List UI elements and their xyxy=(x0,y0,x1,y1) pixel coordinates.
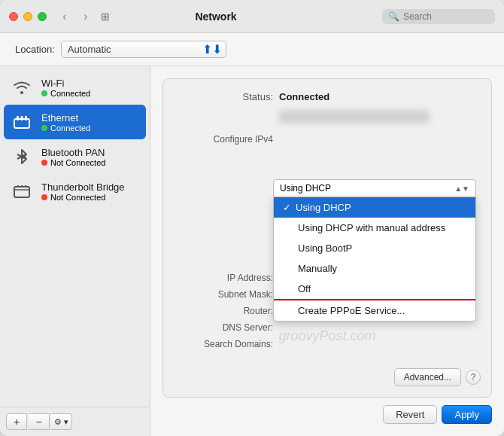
advanced-button[interactable]: Advanced... xyxy=(394,368,461,386)
dropdown-item-pppoe[interactable]: Create PPPoE Service... xyxy=(274,300,475,321)
thunderbolt-bridge-info: Thunderbolt Bridge Not Connected xyxy=(41,181,125,202)
svg-rect-6 xyxy=(14,187,29,197)
configure-ipv4-dropdown[interactable]: Using DHCP ▲▼ ✓ Using DHCP Usi xyxy=(273,179,476,322)
ip-address-label: IP Address: xyxy=(175,273,273,283)
status-value: Connected xyxy=(279,91,329,102)
search-input[interactable] xyxy=(403,11,489,22)
svg-rect-2 xyxy=(21,116,23,120)
network-item-bluetooth-pan[interactable]: Bluetooth PAN Not Connected xyxy=(4,139,146,174)
content-wrapper: Status: Connected Configure IPv4 xyxy=(150,66,504,436)
bluetooth-pan-name: Bluetooth PAN xyxy=(41,147,105,158)
search-icon: 🔍 xyxy=(388,11,399,22)
ethernet-name: Ethernet xyxy=(41,112,90,123)
configure-ipv4-row: Configure IPv4 xyxy=(175,134,479,145)
dropdown-item-manually[interactable]: Manually xyxy=(274,258,475,279)
dropdown-arrow-icon: ▲▼ xyxy=(454,184,469,193)
network-list: Wi-Fi Connected xyxy=(0,66,150,407)
panel-card: Status: Connected Configure IPv4 xyxy=(162,78,492,398)
dropdown-item-dhcp-manual[interactable]: Using DHCP with manual address xyxy=(274,218,475,238)
network-item-thunderbolt-bridge[interactable]: Thunderbolt Bridge Not Connected xyxy=(4,174,146,209)
minimize-button[interactable] xyxy=(23,12,32,21)
close-button[interactable] xyxy=(9,12,18,21)
main-content: Wi-Fi Connected xyxy=(0,66,504,436)
search-domains-row: Search Domains: xyxy=(175,339,479,349)
dropdown-trigger[interactable]: Using DHCP ▲▼ xyxy=(273,179,476,197)
thunderbolt-bridge-name: Thunderbolt Bridge xyxy=(41,181,125,193)
help-button[interactable]: ? xyxy=(466,370,481,385)
bluetooth-pan-info: Bluetooth PAN Not Connected xyxy=(41,147,105,167)
location-bar: Location: Automatic ⬆⬇ xyxy=(0,33,504,66)
traffic-lights xyxy=(9,12,47,21)
dropdown-item-using-dhcp[interactable]: ✓ Using DHCP xyxy=(274,197,475,218)
dropdown-item-off[interactable]: Off xyxy=(274,279,475,299)
bluetooth-pan-status: Not Connected xyxy=(41,158,105,167)
network-settings-button[interactable]: ⚙ ▾ xyxy=(51,413,72,430)
network-item-ethernet[interactable]: Ethernet Connected xyxy=(4,105,146,139)
status-row: Status: Connected xyxy=(175,91,479,102)
thunderbolt-bridge-status-dot xyxy=(41,194,47,200)
ethernet-status-dot xyxy=(41,125,47,131)
apply-button[interactable]: Apply xyxy=(442,405,492,424)
network-preferences-window: ‹ › ⊞ Network 🔍 Location: Automatic ⬆⬇ xyxy=(0,0,504,436)
router-label: Router: xyxy=(175,306,273,316)
hardware-address-blurred xyxy=(279,110,430,123)
thunderbolt-icon xyxy=(10,179,34,203)
wifi-icon xyxy=(10,75,34,99)
location-label: Location: xyxy=(15,44,55,55)
svg-rect-1 xyxy=(17,116,19,120)
sidebar-footer: + − ⚙ ▾ xyxy=(0,407,150,436)
location-select-wrapper: Automatic ⬆⬇ xyxy=(61,41,226,58)
dropdown-menu: ✓ Using DHCP Using DHCP with manual addr… xyxy=(273,197,476,322)
search-domains-label: Search Domains: xyxy=(175,339,273,349)
revert-button[interactable]: Revert xyxy=(383,405,437,424)
svg-rect-3 xyxy=(25,116,27,120)
network-item-wifi[interactable]: Wi-Fi Connected xyxy=(4,70,146,105)
bluetooth-icon xyxy=(10,145,34,169)
dropdown-item-bootp[interactable]: Using BootP xyxy=(274,238,475,258)
bluetooth-pan-status-dot xyxy=(41,160,47,166)
ethernet-info: Ethernet Connected xyxy=(41,112,90,133)
ethernet-icon xyxy=(10,110,34,134)
window-title: Network xyxy=(50,11,382,23)
status-label: Status: xyxy=(175,91,273,102)
checkmark-icon: ✓ xyxy=(283,202,291,213)
subnet-mask-label: Subnet Mask: xyxy=(175,289,273,300)
dropdown-selected-label: Using DHCP xyxy=(280,183,331,194)
titlebar: ‹ › ⊞ Network 🔍 xyxy=(0,0,504,33)
sidebar: Wi-Fi Connected xyxy=(0,66,150,436)
wifi-info: Wi-Fi Connected xyxy=(41,78,90,98)
thunderbolt-bridge-status: Not Connected xyxy=(41,193,125,202)
dns-server-label: DNS Server: xyxy=(175,322,273,333)
wifi-status: Connected xyxy=(41,89,90,98)
right-panel: Status: Connected Configure IPv4 xyxy=(150,66,504,436)
search-bar[interactable]: 🔍 xyxy=(382,9,495,24)
add-network-button[interactable]: + xyxy=(6,413,27,430)
configure-ipv4-label: Configure IPv4 xyxy=(175,134,273,145)
maximize-button[interactable] xyxy=(38,12,47,21)
ethernet-status: Connected xyxy=(41,123,90,133)
wifi-status-dot xyxy=(41,90,47,96)
location-select[interactable]: Automatic xyxy=(61,41,226,58)
wifi-name: Wi-Fi xyxy=(41,78,90,89)
dns-server-row: DNS Server: xyxy=(175,322,479,333)
remove-network-button[interactable]: − xyxy=(29,413,50,430)
